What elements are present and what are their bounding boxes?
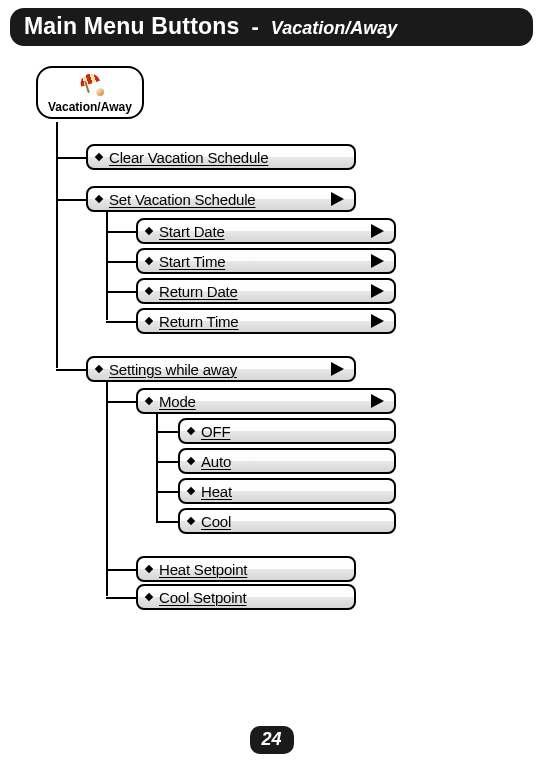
item-start-time[interactable]: Start Time xyxy=(136,248,396,274)
item-return-time[interactable]: Return Time xyxy=(136,308,396,334)
bullet-icon xyxy=(145,287,153,295)
arrow-icon xyxy=(371,314,384,328)
header-title: Main Menu Buttons xyxy=(24,13,240,40)
item-mode-off[interactable]: OFF xyxy=(178,418,396,444)
header-bar: Main Menu Buttons - Vacation/Away xyxy=(10,8,533,46)
item-label: Auto xyxy=(201,453,231,470)
item-heat-setpoint[interactable]: Heat Setpoint xyxy=(136,556,356,582)
arrow-icon xyxy=(371,224,384,238)
item-set-vacation[interactable]: Set Vacation Schedule xyxy=(86,186,356,212)
bullet-icon xyxy=(145,593,153,601)
bullet-icon xyxy=(145,257,153,265)
arrow-icon xyxy=(371,284,384,298)
bullet-icon xyxy=(95,365,103,373)
item-return-date[interactable]: Return Date xyxy=(136,278,396,304)
item-label: Heat xyxy=(201,483,232,500)
bullet-icon xyxy=(145,227,153,235)
arrow-icon xyxy=(331,192,344,206)
item-settings-away[interactable]: Settings while away xyxy=(86,356,356,382)
arrow-icon xyxy=(371,254,384,268)
bullet-icon xyxy=(95,195,103,203)
item-start-date[interactable]: Start Date xyxy=(136,218,396,244)
root-vacation-away[interactable]: Vacation/Away xyxy=(36,66,144,119)
item-clear-vacation[interactable]: Clear Vacation Schedule xyxy=(86,144,356,170)
bullet-icon xyxy=(187,457,195,465)
root-label: Vacation/Away xyxy=(48,100,132,114)
item-mode-heat[interactable]: Heat xyxy=(178,478,396,504)
bullet-icon xyxy=(187,427,195,435)
item-label: Return Date xyxy=(159,283,238,300)
item-label: Set Vacation Schedule xyxy=(109,191,255,208)
item-cool-setpoint[interactable]: Cool Setpoint xyxy=(136,584,356,610)
item-label: Mode xyxy=(159,393,196,410)
item-mode[interactable]: Mode xyxy=(136,388,396,414)
bullet-icon xyxy=(145,397,153,405)
page-number: 24 xyxy=(249,726,293,754)
item-label: OFF xyxy=(201,423,230,440)
item-label: Cool Setpoint xyxy=(159,589,246,606)
bullet-icon xyxy=(187,517,195,525)
item-label: Return Time xyxy=(159,313,239,330)
item-mode-auto[interactable]: Auto xyxy=(178,448,396,474)
menu-tree: Vacation/Away Clear Vacation Schedule Se… xyxy=(36,66,543,139)
bullet-icon xyxy=(145,565,153,573)
arrow-icon xyxy=(331,362,344,376)
bullet-icon xyxy=(95,153,103,161)
vacation-icon xyxy=(74,74,106,100)
item-label: Clear Vacation Schedule xyxy=(109,149,268,166)
header-dash: - xyxy=(252,14,259,40)
item-label: Start Time xyxy=(159,253,225,270)
header-subtitle: Vacation/Away xyxy=(271,18,397,39)
item-label: Settings while away xyxy=(109,361,237,378)
item-label: Start Date xyxy=(159,223,225,240)
bullet-icon xyxy=(187,487,195,495)
item-mode-cool[interactable]: Cool xyxy=(178,508,396,534)
bullet-icon xyxy=(145,317,153,325)
item-label: Cool xyxy=(201,513,231,530)
item-label: Heat Setpoint xyxy=(159,561,247,578)
arrow-icon xyxy=(371,394,384,408)
